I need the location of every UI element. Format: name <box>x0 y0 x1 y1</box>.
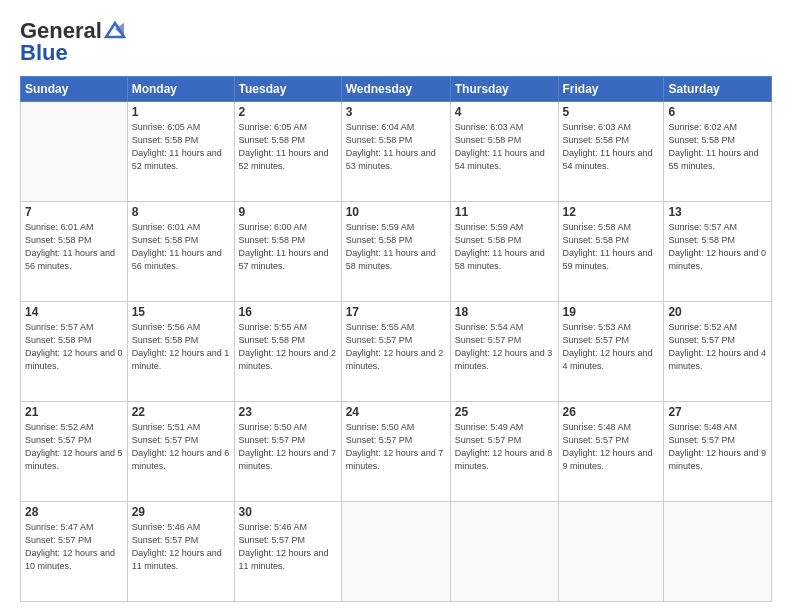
day-info: Sunrise: 5:55 AMSunset: 5:58 PMDaylight:… <box>239 321 337 373</box>
calendar-cell: 12Sunrise: 5:58 AMSunset: 5:58 PMDayligh… <box>558 202 664 302</box>
calendar-week-row: 14Sunrise: 5:57 AMSunset: 5:58 PMDayligh… <box>21 302 772 402</box>
calendar-cell: 21Sunrise: 5:52 AMSunset: 5:57 PMDayligh… <box>21 402 128 502</box>
day-info: Sunrise: 5:50 AMSunset: 5:57 PMDaylight:… <box>346 421 446 473</box>
day-info: Sunrise: 6:03 AMSunset: 5:58 PMDaylight:… <box>455 121 554 173</box>
day-number: 23 <box>239 405 337 419</box>
calendar-body: 1Sunrise: 6:05 AMSunset: 5:58 PMDaylight… <box>21 102 772 602</box>
calendar-cell: 14Sunrise: 5:57 AMSunset: 5:58 PMDayligh… <box>21 302 128 402</box>
calendar-cell <box>21 102 128 202</box>
day-info: Sunrise: 6:00 AMSunset: 5:58 PMDaylight:… <box>239 221 337 273</box>
calendar-cell: 13Sunrise: 5:57 AMSunset: 5:58 PMDayligh… <box>664 202 772 302</box>
day-number: 9 <box>239 205 337 219</box>
calendar-cell: 16Sunrise: 5:55 AMSunset: 5:58 PMDayligh… <box>234 302 341 402</box>
calendar-cell: 10Sunrise: 5:59 AMSunset: 5:58 PMDayligh… <box>341 202 450 302</box>
logo: General Blue <box>20 18 126 66</box>
calendar-cell: 27Sunrise: 5:48 AMSunset: 5:57 PMDayligh… <box>664 402 772 502</box>
day-info: Sunrise: 5:49 AMSunset: 5:57 PMDaylight:… <box>455 421 554 473</box>
day-number: 24 <box>346 405 446 419</box>
day-info: Sunrise: 5:52 AMSunset: 5:57 PMDaylight:… <box>668 321 767 373</box>
calendar-cell: 24Sunrise: 5:50 AMSunset: 5:57 PMDayligh… <box>341 402 450 502</box>
calendar-cell: 20Sunrise: 5:52 AMSunset: 5:57 PMDayligh… <box>664 302 772 402</box>
day-number: 26 <box>563 405 660 419</box>
day-info: Sunrise: 5:56 AMSunset: 5:58 PMDaylight:… <box>132 321 230 373</box>
day-info: Sunrise: 6:04 AMSunset: 5:58 PMDaylight:… <box>346 121 446 173</box>
calendar-cell: 28Sunrise: 5:47 AMSunset: 5:57 PMDayligh… <box>21 502 128 602</box>
day-number: 19 <box>563 305 660 319</box>
day-info: Sunrise: 5:54 AMSunset: 5:57 PMDaylight:… <box>455 321 554 373</box>
calendar-cell: 6Sunrise: 6:02 AMSunset: 5:58 PMDaylight… <box>664 102 772 202</box>
day-info: Sunrise: 5:55 AMSunset: 5:57 PMDaylight:… <box>346 321 446 373</box>
calendar-cell: 18Sunrise: 5:54 AMSunset: 5:57 PMDayligh… <box>450 302 558 402</box>
calendar-cell: 25Sunrise: 5:49 AMSunset: 5:57 PMDayligh… <box>450 402 558 502</box>
calendar-cell: 22Sunrise: 5:51 AMSunset: 5:57 PMDayligh… <box>127 402 234 502</box>
calendar-cell: 19Sunrise: 5:53 AMSunset: 5:57 PMDayligh… <box>558 302 664 402</box>
day-number: 1 <box>132 105 230 119</box>
weekday-header-row: SundayMondayTuesdayWednesdayThursdayFrid… <box>21 77 772 102</box>
calendar-page: General Blue SundayMondayTuesdayWednesda… <box>0 0 792 612</box>
day-number: 28 <box>25 505 123 519</box>
weekday-header-cell: Thursday <box>450 77 558 102</box>
calendar-cell: 15Sunrise: 5:56 AMSunset: 5:58 PMDayligh… <box>127 302 234 402</box>
calendar-cell: 4Sunrise: 6:03 AMSunset: 5:58 PMDaylight… <box>450 102 558 202</box>
day-info: Sunrise: 5:59 AMSunset: 5:58 PMDaylight:… <box>346 221 446 273</box>
calendar-cell <box>558 502 664 602</box>
calendar-cell: 30Sunrise: 5:46 AMSunset: 5:57 PMDayligh… <box>234 502 341 602</box>
day-info: Sunrise: 6:01 AMSunset: 5:58 PMDaylight:… <box>132 221 230 273</box>
day-number: 14 <box>25 305 123 319</box>
day-number: 12 <box>563 205 660 219</box>
calendar-cell: 5Sunrise: 6:03 AMSunset: 5:58 PMDaylight… <box>558 102 664 202</box>
weekday-header-cell: Friday <box>558 77 664 102</box>
day-number: 21 <box>25 405 123 419</box>
day-number: 29 <box>132 505 230 519</box>
calendar-cell <box>450 502 558 602</box>
calendar-cell: 7Sunrise: 6:01 AMSunset: 5:58 PMDaylight… <box>21 202 128 302</box>
day-number: 2 <box>239 105 337 119</box>
day-info: Sunrise: 5:52 AMSunset: 5:57 PMDaylight:… <box>25 421 123 473</box>
calendar-cell: 29Sunrise: 5:46 AMSunset: 5:57 PMDayligh… <box>127 502 234 602</box>
calendar-week-row: 7Sunrise: 6:01 AMSunset: 5:58 PMDaylight… <box>21 202 772 302</box>
day-info: Sunrise: 5:48 AMSunset: 5:57 PMDaylight:… <box>668 421 767 473</box>
day-info: Sunrise: 5:59 AMSunset: 5:58 PMDaylight:… <box>455 221 554 273</box>
calendar-week-row: 28Sunrise: 5:47 AMSunset: 5:57 PMDayligh… <box>21 502 772 602</box>
day-number: 4 <box>455 105 554 119</box>
day-number: 25 <box>455 405 554 419</box>
day-info: Sunrise: 5:53 AMSunset: 5:57 PMDaylight:… <box>563 321 660 373</box>
day-number: 20 <box>668 305 767 319</box>
day-info: Sunrise: 6:03 AMSunset: 5:58 PMDaylight:… <box>563 121 660 173</box>
day-info: Sunrise: 5:58 AMSunset: 5:58 PMDaylight:… <box>563 221 660 273</box>
calendar-week-row: 1Sunrise: 6:05 AMSunset: 5:58 PMDaylight… <box>21 102 772 202</box>
day-number: 11 <box>455 205 554 219</box>
calendar-cell: 11Sunrise: 5:59 AMSunset: 5:58 PMDayligh… <box>450 202 558 302</box>
weekday-header-cell: Wednesday <box>341 77 450 102</box>
weekday-header-cell: Saturday <box>664 77 772 102</box>
day-number: 18 <box>455 305 554 319</box>
day-info: Sunrise: 5:51 AMSunset: 5:57 PMDaylight:… <box>132 421 230 473</box>
day-info: Sunrise: 5:57 AMSunset: 5:58 PMDaylight:… <box>25 321 123 373</box>
calendar-cell: 3Sunrise: 6:04 AMSunset: 5:58 PMDaylight… <box>341 102 450 202</box>
weekday-header-cell: Monday <box>127 77 234 102</box>
day-info: Sunrise: 5:50 AMSunset: 5:57 PMDaylight:… <box>239 421 337 473</box>
calendar-cell: 26Sunrise: 5:48 AMSunset: 5:57 PMDayligh… <box>558 402 664 502</box>
day-info: Sunrise: 5:48 AMSunset: 5:57 PMDaylight:… <box>563 421 660 473</box>
calendar-cell: 8Sunrise: 6:01 AMSunset: 5:58 PMDaylight… <box>127 202 234 302</box>
day-info: Sunrise: 5:46 AMSunset: 5:57 PMDaylight:… <box>132 521 230 573</box>
calendar-cell: 17Sunrise: 5:55 AMSunset: 5:57 PMDayligh… <box>341 302 450 402</box>
day-number: 17 <box>346 305 446 319</box>
header: General Blue <box>20 18 772 66</box>
day-number: 8 <box>132 205 230 219</box>
day-info: Sunrise: 6:05 AMSunset: 5:58 PMDaylight:… <box>239 121 337 173</box>
day-info: Sunrise: 6:02 AMSunset: 5:58 PMDaylight:… <box>668 121 767 173</box>
day-number: 10 <box>346 205 446 219</box>
day-number: 6 <box>668 105 767 119</box>
day-number: 16 <box>239 305 337 319</box>
calendar-week-row: 21Sunrise: 5:52 AMSunset: 5:57 PMDayligh… <box>21 402 772 502</box>
calendar-cell: 1Sunrise: 6:05 AMSunset: 5:58 PMDaylight… <box>127 102 234 202</box>
weekday-header-cell: Sunday <box>21 77 128 102</box>
calendar-cell: 23Sunrise: 5:50 AMSunset: 5:57 PMDayligh… <box>234 402 341 502</box>
calendar-cell <box>341 502 450 602</box>
calendar-cell <box>664 502 772 602</box>
day-info: Sunrise: 5:47 AMSunset: 5:57 PMDaylight:… <box>25 521 123 573</box>
day-info: Sunrise: 5:46 AMSunset: 5:57 PMDaylight:… <box>239 521 337 573</box>
weekday-header-cell: Tuesday <box>234 77 341 102</box>
day-number: 13 <box>668 205 767 219</box>
